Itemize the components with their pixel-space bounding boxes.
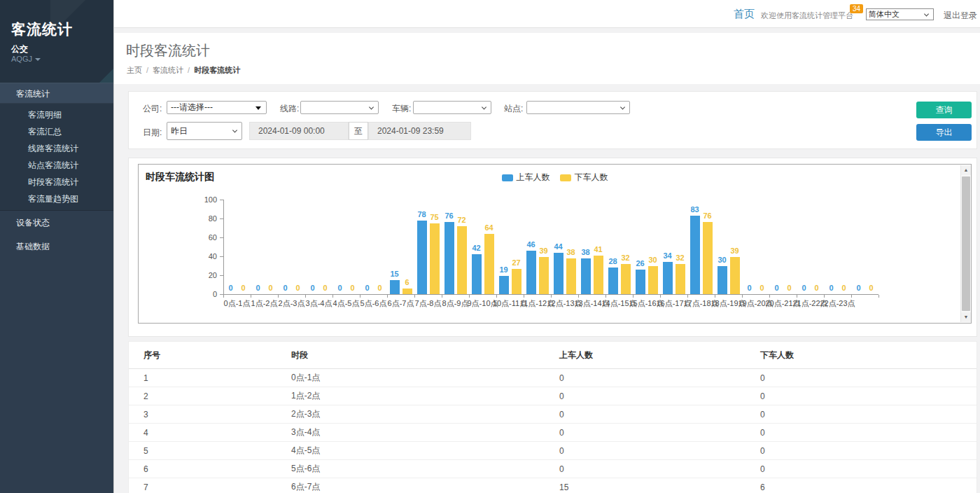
bar-上车人数-18点-19点[interactable] xyxy=(718,266,727,295)
bar-value-label: 0 xyxy=(747,284,751,292)
scroll-down-arrow-icon[interactable]: ▼ xyxy=(961,312,971,322)
bar-下车人数-12点-13点[interactable] xyxy=(566,258,576,294)
org-name: 公交 xyxy=(11,43,28,55)
table-cell: 5 xyxy=(129,442,291,460)
sidebar: 客流统计 公交 AQGJ 客流统计 客流明细客流汇总线路客流统计站点客流统计时段… xyxy=(0,0,114,493)
export-button[interactable]: 导出 xyxy=(916,124,972,141)
date-to-input[interactable]: 2024-01-09 23:59 xyxy=(368,122,471,140)
bar-下车人数-16点-17点[interactable] xyxy=(676,264,685,294)
date-range-separator: 至 xyxy=(349,122,368,140)
bar-下车人数-13点-14点[interactable] xyxy=(594,256,603,294)
table-body: 10点-1点0021点-2点0032点-3点0043点-4点0054点-5点00… xyxy=(129,369,976,493)
bar-上车人数-15点-16点[interactable] xyxy=(636,270,645,294)
x-tick-mark xyxy=(606,295,606,298)
table-cell: 0 xyxy=(559,405,760,424)
bar-上车人数-6点-7点[interactable] xyxy=(390,280,400,294)
app-logo-title: 客流统计 xyxy=(11,20,73,39)
bar-下车人数-15点-16点[interactable] xyxy=(648,266,658,295)
bar-下车人数-8点-9点[interactable] xyxy=(457,226,467,294)
x-tick-mark xyxy=(305,295,306,298)
bar-value-label: 32 xyxy=(676,254,684,262)
filter-panel: 公司: ---请选择--- 线路: 车辆: 站点: 日期: 昨日 2024-01… xyxy=(128,91,977,149)
bar-下车人数-10点-11点[interactable] xyxy=(512,269,522,294)
sidebar-item-时段客流统计[interactable]: 时段客流统计 xyxy=(0,174,113,190)
table-cell: 0 xyxy=(760,442,976,460)
table-row: 54点-5点00 xyxy=(129,442,976,460)
bar-value-label: 28 xyxy=(608,257,617,265)
table-cell: 0 xyxy=(760,405,976,424)
station-select[interactable] xyxy=(526,101,630,114)
chart-vertical-scrollbar[interactable]: ▲ ▼ xyxy=(960,165,970,322)
home-link[interactable]: 首页 xyxy=(734,8,755,21)
logout-link[interactable]: 退出登录 xyxy=(944,10,977,22)
x-tick-mark xyxy=(660,295,661,298)
sidebar-item-站点客流统计[interactable]: 站点客流统计 xyxy=(0,157,113,174)
table-cell: 0 xyxy=(760,460,976,478)
date-preset-select[interactable]: 昨日 xyxy=(167,122,242,140)
table-cell: 0 xyxy=(559,369,760,387)
bar-value-label: 38 xyxy=(581,248,589,256)
bar-下车人数-6点-7点[interactable] xyxy=(402,289,412,294)
breadcrumb-item[interactable]: 主页 xyxy=(127,66,142,74)
bar-上车人数-17点-18点[interactable] xyxy=(690,216,700,294)
bar-上车人数-9点-10点[interactable] xyxy=(472,254,482,294)
bar-value-label: 0 xyxy=(377,284,382,292)
vehicle-select[interactable] xyxy=(413,101,491,114)
date-from-input[interactable]: 2024-01-09 00:00 xyxy=(249,122,349,140)
station-label: 站点: xyxy=(504,103,523,115)
sidebar-item-线路客流统计[interactable]: 线路客流统计 xyxy=(0,140,113,157)
bar-上车人数-13点-14点[interactable] xyxy=(581,258,591,294)
x-tick-mark xyxy=(851,295,852,298)
x-tick-mark xyxy=(769,295,770,298)
bar-value-label: 30 xyxy=(718,256,726,264)
sidebar-item-设备状态[interactable]: 设备状态 xyxy=(0,211,113,235)
company-select[interactable]: ---请选择--- xyxy=(167,101,267,114)
table-header-row: 序号时段上车人数下车人数 xyxy=(129,342,976,369)
scroll-up-arrow-icon[interactable]: ▲ xyxy=(961,165,971,175)
bar-下车人数-11点-12点[interactable] xyxy=(539,257,549,294)
bar-value-label: 0 xyxy=(350,284,354,292)
table-header-时段: 时段 xyxy=(291,342,559,369)
bar-上车人数-8点-9点[interactable] xyxy=(444,222,454,294)
sidebar-section-passenger-stats[interactable]: 客流统计 xyxy=(0,83,113,104)
bar-上车人数-12点-13点[interactable] xyxy=(554,253,564,294)
y-tick-label: 0 xyxy=(196,290,217,298)
x-tick-mark xyxy=(278,295,279,298)
bar-value-label: 0 xyxy=(787,284,791,292)
language-select[interactable]: 简体中文 xyxy=(866,8,934,20)
language-select-value: 简体中文 xyxy=(869,10,899,18)
sidebar-item-客流量趋势图[interactable]: 客流量趋势图 xyxy=(0,190,113,207)
bar-上车人数-7点-8点[interactable] xyxy=(417,221,427,294)
sidebar-item-基础数据[interactable]: 基础数据 xyxy=(0,235,113,258)
bar-上车人数-10点-11点[interactable] xyxy=(499,276,509,294)
sidebar-item-客流汇总[interactable]: 客流汇总 xyxy=(0,123,113,140)
sidebar-item-客流明细[interactable]: 客流明细 xyxy=(0,106,113,123)
x-tick-mark xyxy=(360,295,360,298)
notification-badge[interactable]: 34 xyxy=(850,4,863,13)
bar-上车人数-11点-12点[interactable] xyxy=(526,251,536,294)
query-button[interactable]: 查询 xyxy=(916,102,972,118)
legend-item-上车人数[interactable]: 上车人数 xyxy=(502,172,550,183)
legend-item-下车人数[interactable]: 下车人数 xyxy=(560,172,608,183)
bar-value-label: 0 xyxy=(814,284,818,292)
bar-value-label: 0 xyxy=(869,284,873,292)
bar-下车人数-7点-8点[interactable] xyxy=(430,223,440,294)
y-tick-label: 100 xyxy=(196,195,217,204)
bar-下车人数-14点-15点[interactable] xyxy=(621,264,631,294)
org-code-dropdown[interactable]: AQGJ xyxy=(11,55,41,63)
table-cell: 0 xyxy=(760,387,976,405)
line-select[interactable] xyxy=(300,101,379,114)
bar-下车人数-9点-10点[interactable] xyxy=(484,234,494,294)
bar-上车人数-16点-17点[interactable] xyxy=(663,262,673,294)
breadcrumb-item[interactable]: 客流统计 xyxy=(153,66,183,74)
company-select-value: ---请选择--- xyxy=(171,102,213,112)
bar-上车人数-14点-15点[interactable] xyxy=(608,268,618,294)
scrollbar-thumb[interactable] xyxy=(962,176,970,311)
chevron-down-icon xyxy=(35,58,41,61)
bar-value-label: 0 xyxy=(323,284,327,292)
bar-下车人数-18点-19点[interactable] xyxy=(730,257,740,294)
bar-下车人数-17点-18点[interactable] xyxy=(703,222,713,294)
x-category-label: 1点-2点 xyxy=(251,298,278,309)
bar-value-label: 0 xyxy=(337,284,342,292)
bar-value-label: 75 xyxy=(430,213,438,221)
